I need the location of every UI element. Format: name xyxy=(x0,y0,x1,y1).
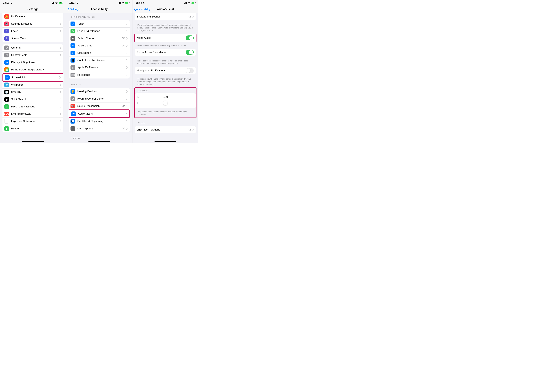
chevron-right-icon xyxy=(60,69,61,71)
list-row[interactable]: ⌛︎Screen Time xyxy=(2,35,63,42)
row-label: Audio/Visual xyxy=(78,112,125,115)
status-bar: 15:03 ⚡︎ xyxy=(0,0,66,6)
list-row[interactable]: 🔊Sounds & Haptics xyxy=(2,20,63,27)
chevron-right-icon xyxy=(60,15,61,18)
headphone-notifications-toggle[interactable] xyxy=(186,68,194,73)
list-row[interactable]: ⊚Hearing Control Center xyxy=(69,95,130,102)
list-row[interactable]: 📱Control Nearby Devices xyxy=(69,57,130,64)
mono-audio-toggle[interactable] xyxy=(186,35,194,40)
list-row[interactable]: ⚙︎General xyxy=(2,44,63,52)
wifi-icon xyxy=(122,1,124,4)
chevron-right-icon xyxy=(126,105,128,107)
back-button[interactable]: Accessibility xyxy=(134,8,151,11)
list-row[interactable]: ⌨︎Keyboards xyxy=(69,71,130,79)
chevron-right-icon xyxy=(60,61,61,63)
nav-header: Settings xyxy=(0,6,66,13)
led-flash-row[interactable]: LED Flash for Alerts Off xyxy=(135,126,196,133)
row-label: StandBy xyxy=(11,91,60,94)
row-value: Off xyxy=(122,105,125,108)
mono-audio-footer: Make the left and right speakers play th… xyxy=(132,43,198,47)
audio-visual-screen: 15:03 ⚡︎ Accessibility Audio/Visual Back… xyxy=(132,0,198,143)
chevron-right-icon xyxy=(60,84,61,86)
row-label: Headphone Notifications xyxy=(137,69,186,72)
home-indicator[interactable] xyxy=(88,141,110,142)
list-row[interactable]: ▦Home Screen & App Library xyxy=(2,66,63,73)
list-row[interactable]: 💬Subtitles & Captioning xyxy=(69,118,130,125)
live-captions-icon: ⋯ xyxy=(70,126,75,131)
row-label: Face ID & Passcode xyxy=(11,105,60,108)
list-row[interactable]: ▮Battery xyxy=(2,125,63,132)
list-row[interactable]: ▯Apple TV Remote xyxy=(69,64,130,71)
subtitles-icon: 💬 xyxy=(70,119,75,124)
headphone-notifications-footer: To protect your hearing, iPhone sends a … xyxy=(132,76,198,87)
list-row[interactable]: ♿︎Accessibility xyxy=(3,74,63,81)
row-label: Side Button xyxy=(77,51,126,54)
battery-icon: ⚡︎ xyxy=(191,2,195,4)
faceid-icon: ☺︎ xyxy=(70,29,75,33)
home-indicator[interactable] xyxy=(155,141,176,142)
remote-icon: ▯ xyxy=(70,65,75,70)
status-time: 15:03 xyxy=(3,1,9,4)
noise-cancellation-row[interactable]: Phone Noise Cancellation xyxy=(135,49,196,56)
back-label: Settings xyxy=(70,8,79,11)
moon-icon: ☾ xyxy=(4,29,9,33)
list-row[interactable]: AADisplay & Brightness xyxy=(2,59,63,66)
chevron-right-icon xyxy=(60,98,61,100)
page-title: Audio/Visual xyxy=(157,7,174,11)
text-size-icon: AA xyxy=(4,60,9,65)
nearby-icon: 📱 xyxy=(70,58,75,63)
row-label: Notifications xyxy=(11,15,60,18)
list-row[interactable]: 🔍Sound RecognitionOff xyxy=(69,102,130,110)
list-row[interactable]: ❀Wallpaper xyxy=(2,81,63,89)
chevron-right-icon xyxy=(192,16,194,18)
switch-icon: ⊞ xyxy=(70,36,75,41)
noise-cancellation-toggle[interactable] xyxy=(186,50,194,55)
row-label: Voice Control xyxy=(77,44,122,47)
list-row[interactable]: 🔔Notifications xyxy=(2,13,63,20)
list-row[interactable]: 👂Hearing Devices xyxy=(69,88,130,95)
row-label: Subtitles & Captioning xyxy=(77,120,126,123)
list-row[interactable]: ☺︎Face ID & Attention xyxy=(69,27,130,35)
list-row[interactable]: ☺︎Face ID & Passcode xyxy=(2,103,63,110)
list-row[interactable]: 👁Audio/Visual xyxy=(69,110,129,117)
audio-visual-icon: 👁 xyxy=(71,112,76,116)
list-row[interactable]: ⇤Side Button xyxy=(69,49,130,57)
chevron-right-icon xyxy=(60,91,61,93)
page-title: Settings xyxy=(27,7,38,11)
chevron-right-icon xyxy=(126,23,128,25)
row-label: Switch Control xyxy=(77,37,122,40)
list-row[interactable]: ⋯Live CaptionsOff xyxy=(69,125,130,132)
gear-icon: ⚙︎ xyxy=(4,46,9,50)
row-label: Hearing Control Center xyxy=(77,97,126,100)
chevron-right-icon xyxy=(126,74,128,76)
row-label: Control Center xyxy=(11,53,60,57)
list-row[interactable]: 🕘StandBy xyxy=(2,89,63,96)
list-row[interactable]: ⏣Control Center xyxy=(2,52,63,59)
list-row[interactable]: ⊞Switch ControlOff xyxy=(69,35,130,42)
list-row[interactable]: ☀︎Exposure Notifications xyxy=(2,118,63,125)
row-value: Off xyxy=(188,128,191,131)
headphone-notifications-row[interactable]: Headphone Notifications xyxy=(135,67,196,74)
home-indicator[interactable] xyxy=(22,141,44,142)
chevron-right-icon xyxy=(59,76,61,79)
list-row[interactable]: ☞Touch xyxy=(69,20,130,27)
section-header: Speech xyxy=(66,134,132,140)
row-value: Off xyxy=(122,37,125,40)
mono-audio-row[interactable]: Mono Audio xyxy=(135,34,196,42)
status-time: 15:03 xyxy=(69,1,76,4)
mono-audio-highlight: Mono Audio xyxy=(134,34,197,42)
balance-slider[interactable] xyxy=(137,101,193,105)
balance-right-label: R xyxy=(191,95,193,99)
row-label: Exposure Notifications xyxy=(11,120,60,123)
accessibility-screen: 15:03 ⚡︎ Settings Accessibility Physical… xyxy=(66,0,132,143)
row-label: Battery xyxy=(11,127,60,130)
list-row[interactable]: ≡Voice ControlOff xyxy=(69,42,130,49)
row-label: Background Sounds xyxy=(137,15,188,18)
back-button[interactable]: Settings xyxy=(67,8,79,11)
background-sounds-row[interactable]: Background Sounds Off xyxy=(135,13,196,20)
row-label: Control Nearby Devices xyxy=(77,59,126,62)
chevron-right-icon xyxy=(60,30,61,32)
list-row[interactable]: ☾Focus xyxy=(2,27,63,35)
list-row[interactable]: SOSEmergency SOS xyxy=(2,110,63,118)
list-row[interactable]: ◉Siri & Search xyxy=(2,96,63,103)
